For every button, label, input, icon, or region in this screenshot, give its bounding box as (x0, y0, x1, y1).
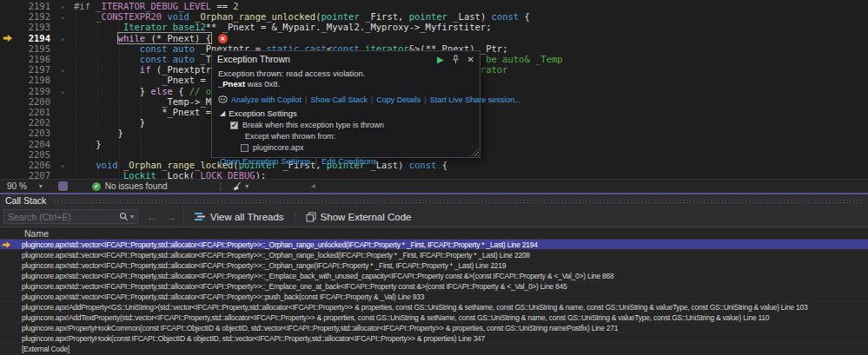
frame-text: plugincore.apx!std::vector<IFCAPI::Prope… (22, 292, 868, 302)
action-link[interactable]: Show Call Stack (310, 95, 368, 104)
zoom-control[interactable]: 90 % ▾ (7, 181, 43, 191)
action-link[interactable]: Copy Details (376, 95, 421, 104)
frame-gutter (2, 292, 17, 302)
exception-popup-title-bar: Exception Thrown ▶ ✕ (212, 51, 480, 65)
search-icon[interactable] (119, 212, 129, 221)
pin-icon[interactable] (452, 55, 460, 64)
current-frame-icon (2, 240, 17, 250)
search-box[interactable]: ▾ (3, 209, 138, 224)
chevron-down-icon[interactable]: ▾ (130, 213, 134, 220)
document-health-icon[interactable] (58, 181, 68, 191)
breakpoint-gutter[interactable] (3, 11, 15, 22)
frame-text: plugincore.apx!std::vector<IFCAPI::Prope… (22, 250, 868, 260)
column-header-name[interactable]: Name (0, 227, 868, 240)
footer-link[interactable]: Edit Conditions (321, 156, 377, 166)
navigate-forward-icon[interactable]: → (166, 211, 176, 223)
breakpoint-gutter[interactable] (3, 96, 15, 107)
exception-settings-header[interactable]: ◢ Exception Settings (220, 108, 474, 118)
fold-chevron-icon[interactable]: ⌄ (57, 1, 68, 10)
fold-chevron-icon[interactable]: ⌄ (57, 86, 68, 95)
visual-studio-debug-view: 2191⌄#if _ITERATOR_DEBUG_LEVEL == 22192⌄… (0, 0, 868, 355)
frame-text: [External Code] (22, 344, 868, 354)
close-icon[interactable]: ✕ (467, 55, 474, 64)
breakpoint-gutter[interactable] (3, 107, 15, 117)
fold-chevron-icon[interactable]: ⌄ (57, 33, 68, 43)
breakpoint-gutter[interactable] (3, 170, 15, 179)
line-number: 2196 (14, 54, 50, 64)
divider: | (305, 95, 307, 104)
action-link[interactable]: Start Live Share session... (430, 95, 521, 104)
callstack-frame[interactable]: plugincore.apx!std::vector<IFCAPI::Prope… (0, 250, 868, 260)
toolbar-divider (295, 211, 295, 223)
view-all-threads-button[interactable]: View all Threads (191, 210, 288, 224)
fold-chevron-icon[interactable]: ⌄ (57, 64, 68, 74)
search-input[interactable] (8, 212, 119, 222)
breakpoint-gutter[interactable] (3, 128, 15, 138)
current-statement-box: while (*_Pnext) { (118, 33, 211, 43)
threads-icon (195, 212, 206, 221)
line-number: 2202 (14, 117, 50, 128)
callstack-frame[interactable]: plugincore.apx!PropertyHook(const IFCAPI… (0, 333, 868, 344)
breakpoint-gutter[interactable] (3, 43, 15, 54)
callstack-frame[interactable]: plugincore.apx!std::vector<IFCAPI::Prope… (0, 260, 868, 271)
continue-execution-icon[interactable]: ▶ (437, 55, 444, 64)
module-checkbox[interactable] (241, 144, 248, 152)
code-cleanup-button[interactable]: ▾ (232, 181, 248, 192)
callstack-title-bar[interactable]: Call Stack (0, 194, 868, 207)
scrollbar-left-arrow[interactable]: ◄ (309, 182, 316, 190)
divider: | (424, 95, 426, 104)
frame-gutter (2, 302, 17, 312)
issues-indicator[interactable]: ✓ No issues found (92, 181, 168, 191)
line-number: 2206 (14, 160, 50, 170)
action-link[interactable]: Analyze with Copilot (231, 95, 301, 104)
breakpoint-gutter[interactable] (3, 64, 15, 75)
exception-actions: Analyze with Copilot|Show Call Stack|Cop… (212, 89, 480, 104)
show-external-code-button[interactable]: Show External Code (302, 210, 415, 224)
exception-message-line2: _Pnext was 0x8. (218, 79, 474, 89)
breakpoint-gutter[interactable] (3, 149, 15, 160)
breakpoint-gutter[interactable] (3, 160, 15, 170)
code-text: #if _ITERATOR_DEBUG_LEVEL == 2 (74, 1, 239, 11)
check-icon: ✓ (92, 182, 101, 191)
toolbar-divider (183, 211, 184, 223)
module-checkbox-row[interactable]: plugincore.apx (241, 143, 474, 152)
divider: | (220, 181, 222, 191)
line-number: 2205 (14, 149, 50, 160)
break-checkbox-row[interactable]: Break when this exception type is thrown (230, 121, 474, 129)
line-number: 2195 (14, 43, 50, 54)
callstack-frame[interactable]: plugincore.apx!PropertyHookCommon(const … (0, 323, 868, 333)
panel-title: Call Stack (5, 195, 46, 206)
frame-gutter (2, 281, 17, 292)
callstack-toolbar: ▾ ← → View all Threads Show Ex (0, 207, 868, 227)
callstack-frame-external[interactable]: [External Code] (0, 344, 868, 354)
breakpoint-gutter[interactable] (3, 139, 15, 149)
frame-gutter (2, 260, 17, 271)
code-line: 2192⌄ _CONSTEXPR20 void _Orphan_range_un… (0, 11, 868, 22)
callstack-frame[interactable]: plugincore.apx!AddProperty<GS::UniString… (0, 302, 868, 312)
breakpoint-gutter[interactable] (3, 75, 15, 85)
editor-status-bar: 90 % ▾ ✓ No issues found | ▾ ◄ (0, 179, 868, 193)
breakpoint-gutter[interactable] (3, 1, 15, 11)
callstack-frame[interactable]: plugincore.apx!std::vector<IFCAPI::Prope… (0, 281, 868, 292)
fold-chevron-icon[interactable]: ⌄ (57, 11, 68, 21)
frame-text: plugincore.apx!std::vector<IFCAPI::Prope… (22, 281, 868, 292)
breakpoint-gutter[interactable] (3, 54, 15, 64)
break-checkbox[interactable] (230, 122, 238, 129)
fold-chevron-icon[interactable]: ⌄ (57, 160, 68, 169)
breakpoint-gutter[interactable] (3, 117, 15, 128)
chevron-down-icon: ▾ (39, 182, 43, 190)
frame-text: plugincore.apx!std::vector<IFCAPI::Prope… (22, 271, 868, 281)
code-text: _Iterator_base12** _Pnext = &_Mypair._My… (74, 22, 491, 32)
exception-error-icon[interactable]: ✕ (218, 34, 228, 43)
footer-link[interactable]: Open Exception Settings (220, 156, 311, 166)
breakpoint-gutter[interactable] (3, 22, 15, 32)
line-number: 2192 (14, 11, 50, 22)
callstack-frame[interactable]: plugincore.apx!std::vector<IFCAPI::Prope… (0, 271, 868, 281)
navigate-back-icon[interactable]: ← (147, 211, 157, 223)
frame-gutter (2, 323, 17, 333)
callstack-frame[interactable]: plugincore.apx!AddTextProperty(std::vect… (0, 312, 868, 323)
callstack-frame[interactable]: plugincore.apx!std::vector<IFCAPI::Prope… (0, 240, 868, 250)
execution-pointer-icon[interactable] (3, 33, 15, 43)
callstack-frame[interactable]: plugincore.apx!std::vector<IFCAPI::Prope… (0, 292, 868, 302)
breakpoint-gutter[interactable] (3, 86, 15, 96)
